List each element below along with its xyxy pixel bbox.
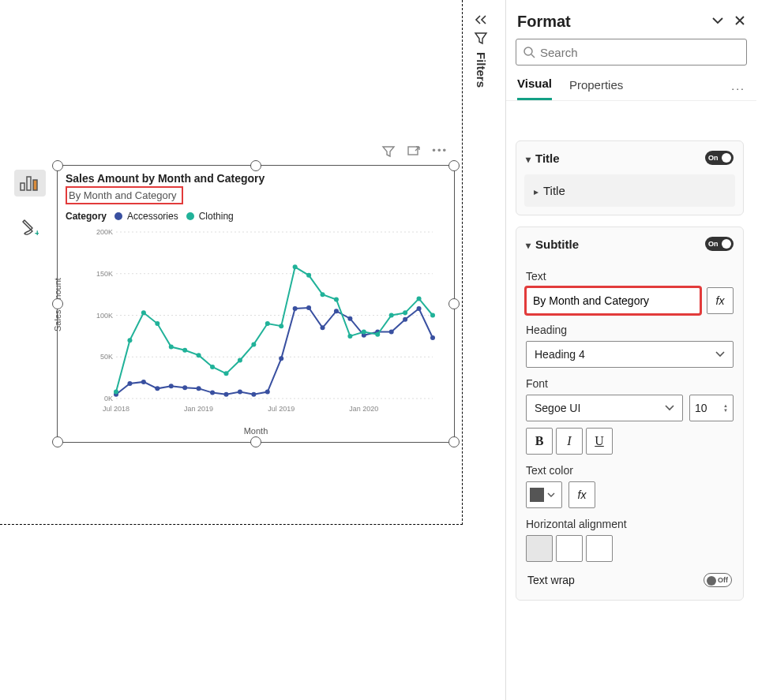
legend-item-clothing: Clothing [199,211,234,222]
section-subtitle-header[interactable]: ▾Subtitle On [516,227,743,260]
section-title-header[interactable]: ▾Title On [516,141,743,174]
svg-point-53 [251,342,256,346]
svg-line-68 [531,54,535,58]
font-size-input[interactable]: 10 ▲▼ [689,395,734,421]
svg-text:200K: 200K [96,229,113,236]
close-pane-icon[interactable] [734,15,745,29]
svg-point-45 [141,310,146,315]
font-size-down[interactable]: ▼ [723,408,728,413]
svg-point-36 [347,316,352,321]
svg-text:Jul 2018: Jul 2018 [103,405,129,413]
svg-point-55 [279,324,283,328]
filter-icon[interactable] [381,144,396,161]
search-icon [523,46,535,58]
heading-select[interactable]: Heading 4 [526,341,734,368]
svg-point-51 [223,371,228,376]
svg-point-52 [238,357,242,362]
paintbrush-icon: + [21,218,39,237]
svg-point-20 [127,381,132,386]
report-canvas: + ••• Sales Amount by Month and Category… [0,0,463,525]
chart-legend: Category Accessories Clothing [58,204,454,222]
more-icon[interactable]: ••• [432,144,448,161]
tabs-more-icon[interactable]: ··· [731,82,745,95]
svg-point-28 [238,390,242,395]
subsection-title-header[interactable]: ▸Title [524,174,735,207]
svg-point-64 [403,310,407,315]
underline-button[interactable]: U [586,428,613,455]
resize-handle-t[interactable] [250,160,261,171]
svg-point-47 [169,345,174,350]
align-center-button[interactable] [556,535,583,562]
resize-handle-b[interactable] [250,436,261,447]
subsection-title: ▸Title [524,174,735,207]
svg-point-22 [155,386,159,391]
align-right-button[interactable] [586,535,613,562]
focus-icon[interactable] [407,144,421,161]
svg-text:Jan 2019: Jan 2019 [184,405,213,413]
svg-point-60 [347,334,352,339]
chart-visual[interactable]: ••• Sales Amount by Month and Category B… [57,165,455,443]
filters-pane-collapsed[interactable]: Filters [474,14,488,88]
resize-handle-tr[interactable] [448,160,460,171]
resize-handle-br[interactable] [448,436,460,447]
resize-handle-r[interactable] [448,298,460,309]
format-search[interactable] [516,39,747,66]
svg-text:Jan 2020: Jan 2020 [349,405,378,413]
svg-point-39 [389,330,394,335]
svg-rect-1 [27,177,31,190]
resize-handle-l[interactable] [52,298,63,309]
svg-point-48 [182,348,187,353]
svg-point-30 [265,390,270,395]
legend-swatch-accessories [114,212,122,220]
resize-handle-bl[interactable] [52,436,63,447]
expand-pane-icon[interactable] [711,15,725,29]
build-visual-tab[interactable] [14,170,46,197]
svg-point-31 [279,356,283,361]
svg-text:Jul 2019: Jul 2019 [268,405,295,413]
svg-point-61 [362,330,366,335]
funnel-icon [474,32,488,46]
svg-point-26 [210,391,215,395]
svg-point-29 [251,392,256,397]
subtitle-text-fx-button[interactable]: fx [707,287,734,314]
svg-rect-0 [21,183,24,190]
italic-button[interactable]: I [556,428,583,455]
text-color-picker[interactable] [526,481,562,508]
svg-point-33 [306,305,311,310]
chevron-down-icon [547,492,555,498]
resize-handle-tl[interactable] [52,160,63,171]
svg-point-32 [293,306,298,311]
text-wrap-toggle[interactable]: Off [704,573,732,587]
font-size-value: 10 [695,402,707,414]
visual-header-toolbar: ••• [381,144,448,161]
chevron-down-icon [715,351,725,357]
font-family-select[interactable]: Segoe UI [526,395,683,421]
svg-rect-2 [33,180,37,190]
horizontal-alignment-label: Horizontal alignment [526,518,734,530]
svg-point-67 [524,47,532,55]
format-pane-body[interactable]: ▾Title On ▸Title ▾Subtitle On Text [506,126,753,700]
svg-point-66 [430,313,435,318]
svg-text:150K: 150K [96,270,113,278]
legend-title: Category [66,211,107,222]
svg-point-63 [389,313,394,318]
title-toggle[interactable]: On [705,151,734,165]
svg-text:+: + [35,228,39,237]
svg-point-25 [197,386,201,391]
chevron-left-double-icon [474,14,488,25]
section-title: ▾Title On ▸Title [516,140,744,215]
format-visual-tab[interactable]: + [14,214,46,241]
bold-button[interactable]: B [526,428,553,455]
subtitle-text-input[interactable] [526,287,700,314]
tab-properties[interactable]: Properties [569,78,623,99]
subtitle-toggle[interactable]: On [705,237,734,251]
svg-point-65 [417,296,422,301]
tab-visual[interactable]: Visual [517,77,552,100]
svg-text:50K: 50K [100,353,113,361]
svg-point-58 [321,292,325,297]
svg-point-50 [210,365,215,369]
align-left-button[interactable] [526,535,553,562]
svg-point-40 [403,317,407,322]
format-search-input[interactable] [540,46,740,59]
text-color-fx-button[interactable]: fx [568,481,595,508]
